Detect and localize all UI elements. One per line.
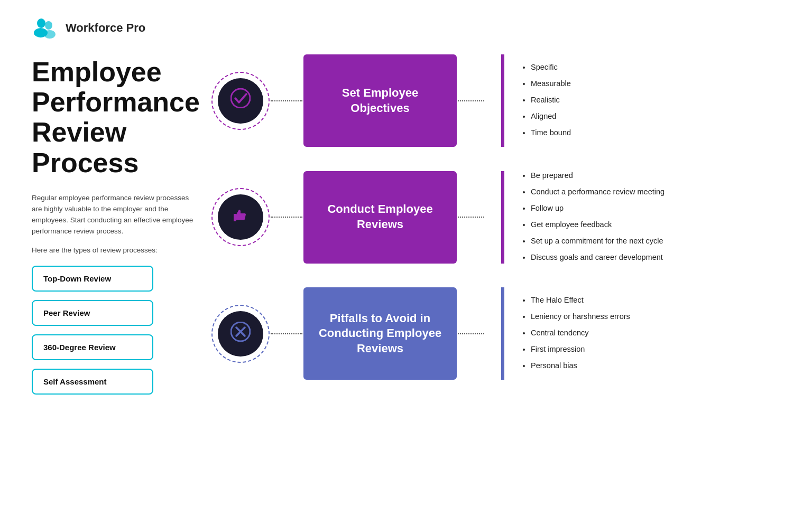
bullet-list-1: Specific Measurable Realistic Aligned Ti… <box>520 60 571 142</box>
bullet-item: Aligned <box>531 109 571 124</box>
icon-wrapper-3 <box>211 305 270 363</box>
thumbsup-icon <box>230 205 251 229</box>
bullet-item: Realistic <box>531 92 571 108</box>
left-panel: Employee Performance Review Process Regu… <box>32 52 211 401</box>
process-box-title-3: Pitfalls to Avoid in Conducting Employee… <box>313 311 447 357</box>
dotted-line-3 <box>271 333 302 334</box>
bullet-item: Central tendency <box>531 325 630 341</box>
review-btn-360[interactable]: 360-Degree Review <box>32 334 153 360</box>
bullet-list-3: The Halo Effect Leniency or harshness er… <box>520 293 630 374</box>
bullet-item: Set up a commitment for the next cycle <box>531 233 665 249</box>
review-types-label: Here are the types of review processes: <box>32 246 196 254</box>
bullet-item: Discuss goals and career development <box>531 250 665 265</box>
process-row-3: Pitfalls to Avoid in Conducting Employee… <box>211 287 780 380</box>
bullet-list-2: Be prepared Conduct a performance review… <box>520 168 665 266</box>
bullet-item: Conduct a performance review meeting <box>531 184 665 200</box>
dotted-line-3b <box>458 333 484 334</box>
svg-point-1 <box>45 21 52 30</box>
description-text: Regular employee performance review proc… <box>32 193 196 237</box>
checkmark-icon <box>230 88 251 113</box>
process-row-2: Conduct Employee Reviews Be prepared Con… <box>211 168 780 266</box>
process-box-title-1: Set Employee Objectives <box>313 86 447 116</box>
bullet-item: Measurable <box>531 76 571 91</box>
review-btn-self[interactable]: Self Assessment <box>32 369 153 395</box>
right-panel: Set Employee Objectives Specific Measura… <box>211 52 780 401</box>
dotted-line-2 <box>271 217 302 218</box>
inner-circle-1 <box>218 78 263 124</box>
review-btn-top-down[interactable]: Top-Down Review <box>32 266 153 292</box>
process-box-2: Conduct Employee Reviews <box>303 171 457 264</box>
dotted-line-1b <box>458 100 484 101</box>
icon-wrapper-2 <box>211 188 270 246</box>
main-content: Employee Performance Review Process Regu… <box>0 46 812 417</box>
bullet-item: Specific <box>531 60 571 75</box>
bullet-item: Time bound <box>531 125 571 140</box>
vertical-bar-3 <box>501 287 504 380</box>
brand-name: Workforce Pro <box>66 21 145 35</box>
page-title: Employee Performance Review Process <box>32 57 196 178</box>
xmark-icon <box>230 322 251 346</box>
bullet-item: Leniency or harshness errors <box>531 309 630 324</box>
svg-point-3 <box>44 30 56 39</box>
icon-wrapper-1 <box>211 72 270 130</box>
bullet-item: Personal bias <box>531 358 630 373</box>
process-box-title-2: Conduct Employee Reviews <box>313 202 447 232</box>
vertical-bar-1 <box>501 54 504 147</box>
process-box-3: Pitfalls to Avoid in Conducting Employee… <box>303 287 457 380</box>
bullet-item: Get employee feedback <box>531 217 665 232</box>
header: Workforce Pro <box>0 0 812 46</box>
svg-point-0 <box>37 18 45 28</box>
process-row-1: Set Employee Objectives Specific Measura… <box>211 54 780 147</box>
inner-circle-2 <box>218 194 263 240</box>
review-btn-peer[interactable]: Peer Review <box>32 300 153 326</box>
bullet-item: The Halo Effect <box>531 293 630 308</box>
bullet-item: First impression <box>531 342 630 357</box>
svg-point-4 <box>231 89 250 108</box>
inner-circle-3 <box>218 311 263 357</box>
dotted-line-2b <box>458 217 484 218</box>
bullet-item: Follow up <box>531 201 665 216</box>
vertical-bar-2 <box>501 171 504 264</box>
process-box-1: Set Employee Objectives <box>303 54 457 147</box>
review-buttons-container: Top-Down Review Peer Review 360-Degree R… <box>32 266 196 395</box>
logo-icon <box>32 15 58 41</box>
dotted-line-1 <box>271 100 302 101</box>
bullet-item: Be prepared <box>531 168 665 183</box>
